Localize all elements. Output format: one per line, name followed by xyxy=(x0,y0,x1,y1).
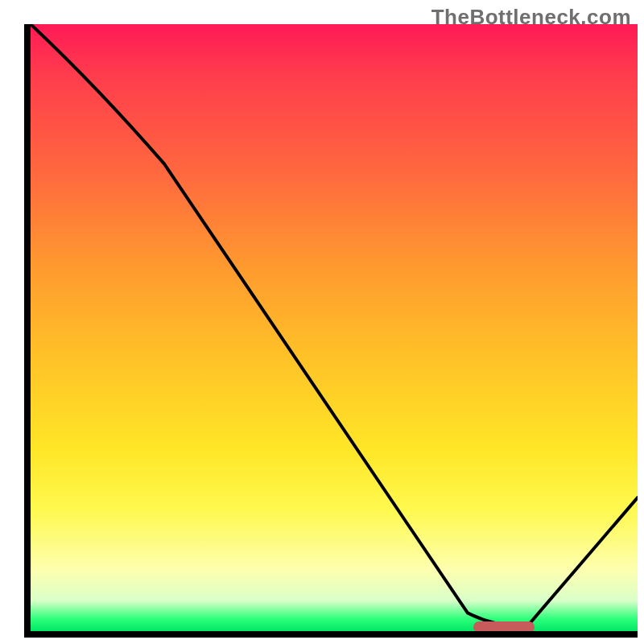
bottleneck-chart: TheBottleneck.com xyxy=(0,0,644,644)
plot-area xyxy=(24,24,638,638)
watermark-text: TheBottleneck.com xyxy=(431,5,631,30)
curve-layer xyxy=(31,24,638,631)
optimal-marker xyxy=(473,621,534,633)
bottleneck-curve-path xyxy=(31,24,638,625)
